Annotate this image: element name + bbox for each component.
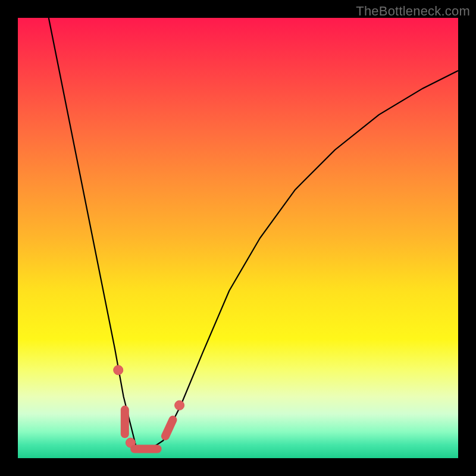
watermark-text: TheBottleneck.com	[356, 4, 470, 19]
bottleneck-chart	[18, 18, 458, 458]
marker-dot	[175, 400, 184, 410]
marker-pill	[165, 420, 173, 436]
chart-frame: TheBottleneck.com	[0, 0, 476, 476]
marker-dot	[114, 365, 123, 375]
plot-area	[18, 18, 458, 458]
data-markers	[114, 365, 184, 449]
bottleneck-curve	[49, 18, 458, 449]
